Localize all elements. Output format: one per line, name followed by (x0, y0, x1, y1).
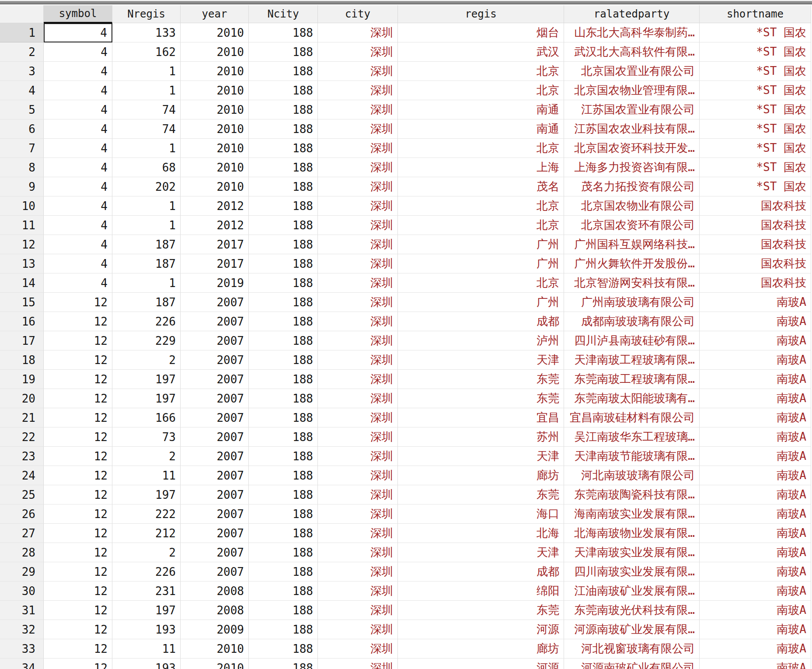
data-cell[interactable]: 187 (112, 293, 181, 312)
data-cell[interactable]: 4 (44, 100, 112, 119)
row-number-cell[interactable]: 24 (0, 466, 44, 485)
data-cell[interactable]: 1 (112, 62, 181, 81)
data-cell[interactable]: *ST 国农 (700, 62, 811, 81)
data-cell[interactable]: 东莞南玻太阳能玻璃有… (564, 389, 700, 408)
data-cell[interactable]: 222 (112, 504, 181, 524)
data-cell[interactable]: 2012 (181, 196, 249, 216)
row-number-cell[interactable]: 19 (0, 370, 44, 389)
data-cell[interactable]: 188 (249, 447, 318, 466)
data-cell[interactable]: 南玻A (700, 562, 811, 581)
data-cell[interactable]: 深圳 (318, 485, 398, 504)
column-header-Ncity[interactable]: Ncity (249, 5, 318, 23)
column-header-shortname[interactable]: shortname (700, 5, 811, 23)
data-cell[interactable]: 188 (249, 235, 318, 254)
data-cell[interactable]: 江苏国农置业有限公司 (564, 100, 700, 119)
data-cell[interactable]: 南通 (398, 100, 564, 119)
data-cell[interactable]: 188 (249, 293, 318, 312)
data-cell[interactable]: 天津南玻工程玻璃有限… (564, 350, 700, 370)
data-cell[interactable]: 深圳 (318, 216, 398, 235)
data-cell[interactable]: 74 (112, 119, 181, 139)
data-cell[interactable]: 河源 (398, 658, 564, 669)
row-number-cell[interactable]: 6 (0, 119, 44, 139)
column-header-year[interactable]: year (181, 5, 249, 23)
data-cell[interactable]: 北京 (398, 216, 564, 235)
data-cell[interactable]: 北京 (398, 273, 564, 293)
data-cell[interactable]: 泸州 (398, 331, 564, 350)
data-cell[interactable]: 江苏国农农业科技有限… (564, 119, 700, 139)
data-cell[interactable]: 4 (44, 177, 112, 196)
data-cell[interactable]: 188 (249, 639, 318, 658)
data-cell[interactable]: 北京国农资环科技开发… (564, 139, 700, 158)
data-cell[interactable]: 188 (249, 81, 318, 100)
data-cell[interactable]: 2017 (181, 235, 249, 254)
data-cell[interactable]: 188 (249, 119, 318, 139)
data-cell[interactable]: 188 (249, 100, 318, 119)
data-cell[interactable]: 广州 (398, 235, 564, 254)
data-cell[interactable]: 深圳 (318, 139, 398, 158)
row-number-cell[interactable]: 15 (0, 293, 44, 312)
data-cell[interactable]: 南玻A (700, 639, 811, 658)
data-cell[interactable]: 188 (249, 139, 318, 158)
data-cell[interactable]: 深圳 (318, 177, 398, 196)
data-cell[interactable]: 南玻A (700, 543, 811, 562)
data-cell[interactable]: 深圳 (318, 312, 398, 331)
data-cell[interactable]: 南玻A (700, 331, 811, 350)
data-cell[interactable]: 宜昌南玻硅材料有限公司 (564, 408, 700, 427)
data-cell[interactable]: 4 (44, 23, 112, 42)
data-cell[interactable]: 南玻A (700, 620, 811, 639)
data-cell[interactable]: 73 (112, 427, 181, 447)
data-cell[interactable]: 197 (112, 485, 181, 504)
data-cell[interactable]: 12 (44, 524, 112, 543)
data-cell[interactable]: 广州国科互娱网络科技… (564, 235, 700, 254)
data-cell[interactable]: 12 (44, 620, 112, 639)
data-cell[interactable]: 2007 (181, 370, 249, 389)
row-number-cell[interactable]: 31 (0, 601, 44, 620)
data-cell[interactable]: *ST 国农 (700, 81, 811, 100)
data-cell[interactable]: 河北南玻玻璃有限公司 (564, 466, 700, 485)
data-cell[interactable]: 国农科技 (700, 216, 811, 235)
data-cell[interactable]: 12 (44, 370, 112, 389)
row-number-cell[interactable]: 21 (0, 408, 44, 427)
data-cell[interactable]: 南玻A (700, 658, 811, 669)
data-cell[interactable]: 东莞南玻陶瓷科技有限… (564, 485, 700, 504)
row-number-cell[interactable]: 7 (0, 139, 44, 158)
splitter-bar[interactable] (0, 1, 812, 4)
data-cell[interactable]: 上海多力投资咨询有限… (564, 158, 700, 177)
data-cell[interactable]: 12 (44, 447, 112, 466)
data-cell[interactable]: 河源南玻矿业有限公司 (564, 658, 700, 669)
column-header-regis[interactable]: regis (398, 5, 564, 23)
data-cell[interactable]: 188 (249, 581, 318, 601)
data-cell[interactable]: 2007 (181, 504, 249, 524)
data-cell[interactable]: 4 (44, 62, 112, 81)
data-cell[interactable]: 4 (44, 273, 112, 293)
data-cell[interactable]: 188 (249, 196, 318, 216)
data-cell[interactable]: 188 (249, 543, 318, 562)
data-cell[interactable]: 229 (112, 331, 181, 350)
data-cell[interactable]: 山东北大高科华泰制药… (564, 23, 700, 42)
data-cell[interactable]: 南玻A (700, 485, 811, 504)
data-cell[interactable]: 北京 (398, 81, 564, 100)
data-cell[interactable]: 12 (44, 427, 112, 447)
data-cell[interactable]: 东莞南玻工程玻璃有限… (564, 370, 700, 389)
data-cell[interactable]: 深圳 (318, 370, 398, 389)
data-cell[interactable]: 193 (112, 658, 181, 669)
row-number-cell[interactable]: 25 (0, 485, 44, 504)
data-cell[interactable]: 海南南玻实业发展有限… (564, 504, 700, 524)
data-cell[interactable]: 2010 (181, 177, 249, 196)
data-cell[interactable]: 12 (44, 562, 112, 581)
data-cell[interactable]: 北京国农置业有限公司 (564, 62, 700, 81)
data-cell[interactable]: 2019 (181, 273, 249, 293)
data-cell[interactable]: 188 (249, 485, 318, 504)
data-cell[interactable]: 2007 (181, 408, 249, 427)
data-cell[interactable]: 12 (44, 389, 112, 408)
data-cell[interactable]: 北京国农资环有限公司 (564, 216, 700, 235)
data-cell[interactable]: 197 (112, 389, 181, 408)
data-cell[interactable]: 深圳 (318, 62, 398, 81)
data-cell[interactable]: *ST 国农 (700, 42, 811, 62)
row-number-cell[interactable]: 3 (0, 62, 44, 81)
data-cell[interactable]: 12 (44, 408, 112, 427)
data-cell[interactable]: 12 (44, 293, 112, 312)
data-cell[interactable]: 2010 (181, 23, 249, 42)
column-header-city[interactable]: city (318, 5, 398, 23)
data-cell[interactable]: 187 (112, 254, 181, 273)
